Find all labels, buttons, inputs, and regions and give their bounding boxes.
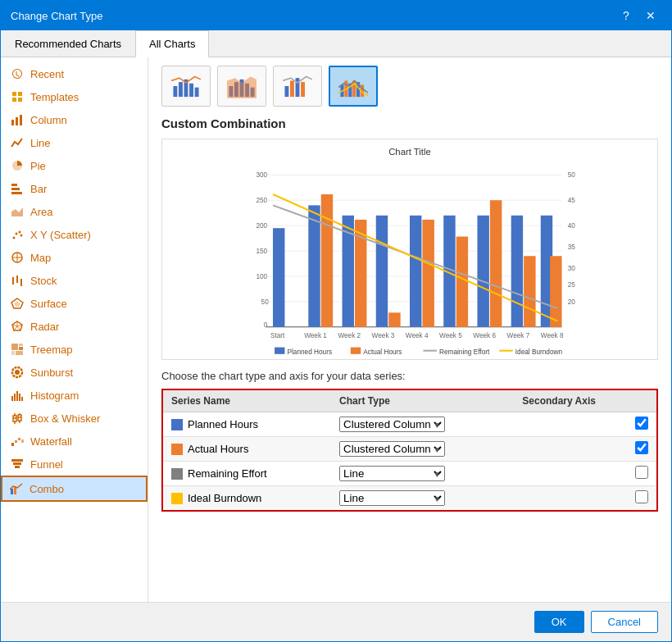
sidebar-item-sunburst[interactable]: Sunburst [1, 361, 148, 384]
svg-text:Week 8: Week 8 [541, 332, 564, 339]
svg-point-13 [16, 233, 18, 235]
series-table: Series Name Chart Type Secondary Axis Pl… [161, 389, 658, 512]
sidebar-item-box-whisker[interactable]: Box & Whisker [1, 407, 148, 430]
svg-text:20: 20 [568, 298, 576, 306]
sidebar-item-area[interactable]: Area [1, 200, 148, 223]
tab-all-charts[interactable]: All Charts [135, 30, 209, 57]
svg-text:Week 2: Week 2 [338, 332, 361, 339]
svg-rect-1 [18, 92, 22, 96]
treemap-icon [11, 343, 24, 356]
map-icon [11, 251, 24, 264]
svg-rect-61 [13, 462, 21, 465]
svg-rect-76 [284, 86, 288, 97]
sunburst-icon [11, 366, 24, 379]
sidebar-item-stock[interactable]: Stock [1, 269, 148, 292]
sidebar-item-templates[interactable]: Templates [1, 85, 148, 108]
title-controls: ? ✕ [615, 7, 661, 24]
combo-icon [10, 482, 23, 495]
svg-rect-4 [11, 120, 14, 125]
svg-text:45: 45 [568, 197, 576, 204]
burndown-secondary-axis-checkbox[interactable] [635, 490, 648, 503]
sidebar-item-bar[interactable]: Bar [1, 177, 148, 200]
sidebar-item-templates-label: Templates [30, 91, 79, 103]
sidebar-item-surface[interactable]: Surface [1, 292, 148, 315]
remaining-secondary-axis-checkbox[interactable] [635, 466, 648, 479]
svg-text:Week 7: Week 7 [507, 332, 530, 339]
actual-secondary-axis-checkbox[interactable] [635, 441, 648, 454]
chart-preview: Chart Title 300 250 200 150 100 50 0 50 … [161, 139, 658, 360]
funnel-icon [11, 458, 24, 471]
burndown-chart-type-select[interactable]: Clustered Column Stacked Column Line Are… [339, 490, 445, 506]
svg-rect-44 [14, 394, 16, 401]
section-title: Custom Combination [161, 116, 658, 130]
sidebar-item-pie-label: Pie [30, 160, 46, 172]
sidebar-item-pie[interactable]: Pie [1, 154, 148, 177]
actual-label: Actual Hours [188, 443, 248, 455]
pie-icon [11, 159, 24, 172]
svg-rect-63 [11, 489, 13, 494]
sidebar-item-recent[interactable]: Recent [1, 62, 148, 85]
svg-rect-79 [301, 82, 305, 97]
svg-rect-120 [477, 216, 488, 327]
sidebar-item-radar[interactable]: Radar [1, 315, 148, 338]
close-button[interactable]: ✕ [640, 7, 661, 24]
box-whisker-icon [11, 412, 24, 425]
svg-rect-78 [296, 78, 300, 97]
planned-color-dot [171, 419, 183, 430]
sidebar-item-treemap-label: Treemap [30, 344, 73, 356]
waterfall-icon [11, 435, 24, 448]
sidebar-item-funnel-label: Funnel [30, 458, 63, 471]
svg-text:Ideal Burndown: Ideal Burndown [515, 348, 563, 356]
sidebar-item-combo[interactable]: Combo [1, 476, 148, 502]
svg-rect-45 [16, 391, 18, 401]
svg-text:Remaining Effort: Remaining Effort [439, 348, 490, 356]
svg-rect-139 [351, 348, 361, 354]
actual-chart-type-select[interactable]: Clustered Column Stacked Column Line Are… [339, 441, 445, 457]
combo-type-3-button[interactable] [273, 66, 322, 107]
sidebar-item-histogram-label: Histogram [30, 389, 79, 402]
sidebar-item-line[interactable]: Line [1, 131, 148, 154]
sidebar-item-treemap[interactable]: Treemap [1, 338, 148, 361]
series-name-actual: Actual Hours [162, 437, 331, 462]
radar-icon [11, 320, 24, 333]
sidebar-item-xy-scatter[interactable]: X Y (Scatter) [1, 223, 148, 246]
cancel-button[interactable]: Cancel [591, 611, 658, 633]
tab-recommended[interactable]: Recommended Charts [1, 30, 135, 57]
series-chart-type-actual: Clustered Column Stacked Column Line Are… [331, 437, 514, 462]
sidebar-item-column[interactable]: Column [1, 108, 148, 131]
sidebar-item-column-label: Column [30, 114, 67, 126]
title-bar: Change Chart Type ? ✕ [1, 1, 671, 30]
remaining-secondary-axis-cell [514, 462, 657, 486]
svg-rect-117 [422, 220, 434, 327]
combo-type-1-button[interactable] [161, 66, 211, 107]
sidebar-item-funnel[interactable]: Funnel [1, 453, 148, 476]
combo-type-2-button[interactable] [217, 66, 266, 107]
svg-rect-6 [20, 115, 22, 125]
planned-chart-type-select[interactable]: Clustered Column Stacked Column Line Are… [339, 417, 445, 432]
combo-type-4-button[interactable] [329, 66, 378, 107]
planned-secondary-axis-checkbox[interactable] [635, 417, 648, 430]
column-icon [11, 113, 24, 126]
sidebar-item-map[interactable]: Map [1, 246, 148, 269]
svg-text:Chart Title: Chart Title [388, 147, 431, 157]
sidebar-item-waterfall[interactable]: Waterfall [1, 430, 148, 453]
series-name-planned: Planned Hours [162, 412, 331, 437]
change-chart-type-dialog: Change Chart Type ? ✕ Recommended Charts… [0, 0, 672, 642]
sidebar-item-histogram[interactable]: Histogram [1, 384, 148, 407]
series-name-burndown: Ideal Burndown [162, 486, 331, 512]
actual-secondary-axis-cell [514, 437, 657, 462]
svg-rect-137 [275, 348, 284, 354]
series-row-planned: Planned Hours Clustered Column Stacked C… [162, 412, 657, 437]
svg-rect-122 [511, 216, 523, 327]
help-button[interactable]: ? [615, 7, 637, 24]
svg-rect-119 [456, 237, 468, 327]
ok-button[interactable]: OK [534, 611, 584, 633]
svg-rect-57 [15, 440, 17, 443]
svg-text:Week 5: Week 5 [439, 332, 462, 339]
svg-rect-69 [195, 88, 199, 97]
svg-rect-5 [16, 117, 18, 125]
sidebar-item-combo-label: Combo [30, 483, 64, 495]
svg-rect-38 [19, 347, 23, 350]
remaining-chart-type-select[interactable]: Clustered Column Stacked Column Line Are… [339, 466, 445, 481]
svg-text:300: 300 [256, 171, 267, 179]
